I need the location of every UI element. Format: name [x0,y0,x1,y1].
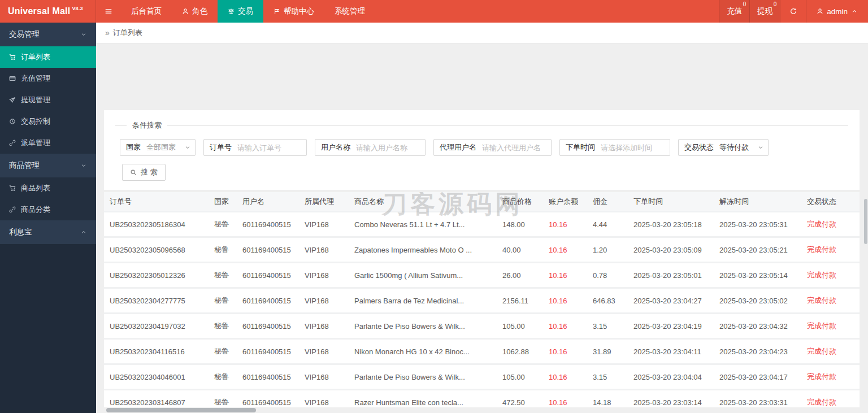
country-select[interactable]: 全部国家 [146,142,195,153]
table-row: UB2503202305186304 秘鲁 601169400515 VIP16… [104,212,860,237]
cell-unfreeze-time: 2025-03-20 23:05:31 [714,212,801,237]
cell-username: 601169400515 [237,364,299,390]
col-commission: 佣金 [587,192,628,212]
breadcrumb-arrow: » [105,28,110,37]
recharge-button[interactable]: 充值 0 [719,0,749,23]
cell-order-no: UB2503202304116516 [104,339,209,364]
order-no-input[interactable] [237,140,306,155]
cell-country: 秘鲁 [209,314,237,339]
col-product-name: 商品名称 [349,192,497,212]
table-header-row: 订单号 国家 用户名 所属代理 商品名称 商品价格 账户余额 佣金 下单时间 解… [104,192,860,212]
orders-table: 订单号 国家 用户名 所属代理 商品名称 商品价格 账户余额 佣金 下单时间 解… [104,192,860,413]
cell-order-no: UB2503202305186304 [104,212,209,237]
withdraw-button[interactable]: 提现 0 [749,0,780,23]
cell-commission: 3.15 [587,364,628,390]
trade-status-filter-label: 交易状态 [679,142,719,153]
sidebar-item-order-list[interactable]: 订单列表 [0,46,96,68]
person-icon [817,8,823,15]
refresh-button[interactable] [780,0,806,23]
col-product-price: 商品价格 [497,192,543,212]
col-order-time: 下单时间 [628,192,714,212]
chevron-down-icon [80,162,87,169]
cell-product-name: Parlante De Piso Bowers & Wilk... [349,364,497,390]
link-icon [9,140,16,146]
cell-agent: VIP168 [299,237,349,263]
nav-item-roles[interactable]: 角色 [172,0,218,23]
horizontal-scrollbar-track[interactable] [96,407,868,413]
recharge-label: 充值 [727,6,742,16]
cell-order-time: 2025-03-20 23:04:27 [628,288,714,314]
trade-status-select[interactable]: 等待付款 [719,142,768,153]
cell-product-price: 105.00 [497,314,543,339]
agent-name-input[interactable] [482,140,551,155]
cell-commission: 31.89 [587,339,628,364]
sidebar-group-interest-treasure[interactable]: 利息宝 [0,220,96,244]
cell-trade-status: 完成付款 [801,288,860,314]
cell-order-no: UB2503202304197032 [104,314,209,339]
col-account-balance: 账户余额 [543,192,587,212]
cell-trade-status: 完成付款 [801,314,860,339]
nav-item-home[interactable]: 后台首页 [121,0,172,23]
nav-item-system[interactable]: 系统管理 [324,0,375,23]
sidebar-item-product-list[interactable]: 商品列表 [0,177,96,199]
sidebar-item-product-category[interactable]: 商品分类 [0,199,96,220]
sidebar-toggle-button[interactable] [96,0,121,23]
cell-username: 601169400515 [237,263,299,288]
order-no-filter: 订单号 [203,139,307,156]
table-row: UB2503202304046001 秘鲁 601169400515 VIP16… [104,364,860,390]
nav-item-trade[interactable]: 交易 [218,0,263,23]
cell-product-price: 40.00 [497,237,543,263]
sidebar-group-product-management[interactable]: 商品管理 [0,154,96,177]
cell-account-balance: 10.16 [543,288,587,314]
order-time-input[interactable] [601,140,670,155]
cell-username: 601169400515 [237,339,299,364]
app-logo: Universal MallV8.3 [0,0,96,23]
col-agent: 所属代理 [299,192,349,212]
cell-commission: 4.44 [587,212,628,237]
nav-item-help[interactable]: 帮助中心 [263,0,324,23]
cell-account-balance: 10.16 [543,314,587,339]
sidebar-group-label: 商品管理 [9,160,40,171]
cell-order-time: 2025-03-20 23:05:01 [628,263,714,288]
cell-trade-status: 完成付款 [801,212,860,237]
app-version: V8.3 [72,6,83,11]
col-country: 国家 [209,192,237,212]
table-row: UB2503202305012326 秘鲁 601169400515 VIP16… [104,263,860,288]
sidebar-item-dispatch-management[interactable]: 派单管理 [0,132,96,154]
sidebar-item-withdraw-management[interactable]: 提现管理 [0,89,96,111]
col-order-no: 订单号 [104,192,209,212]
search-button[interactable]: 搜 索 [122,164,166,181]
agent-name-filter-label: 代理用户名 [434,142,482,153]
username: admin [827,7,848,16]
user-menu[interactable]: admin [806,0,868,23]
cell-username: 601169400515 [237,288,299,314]
cell-account-balance: 10.16 [543,212,587,237]
sidebar-item-label: 商品列表 [21,183,50,193]
sidebar-item-recharge-management[interactable]: 充值管理 [0,68,96,89]
sidebar-item-trade-control[interactable]: 交易控制 [0,111,96,132]
cell-order-time: 2025-03-20 23:04:04 [628,364,714,390]
agent-name-filter: 代理用户名 [433,139,552,156]
user-name-input[interactable] [356,140,425,155]
sidebar-group-trade-management[interactable]: 交易管理 [0,23,96,46]
cell-unfreeze-time: 2025-03-20 23:04:23 [714,339,801,364]
main-content: 条件搜索 国家 全部国家 订单号 用户名称 [96,44,868,413]
user-name-filter: 用户名称 [315,139,426,156]
order-no-filter-label: 订单号 [204,142,237,153]
vertical-scrollbar-thumb[interactable] [864,199,867,244]
cell-country: 秘鲁 [209,288,237,314]
cell-product-name: Garlic 1500mg ( Allium Sativum... [349,263,497,288]
table-row: UB2503202304277775 秘鲁 601169400515 VIP16… [104,288,860,314]
cell-country: 秘鲁 [209,212,237,237]
cell-country: 秘鲁 [209,237,237,263]
cell-unfreeze-time: 2025-03-20 23:05:21 [714,237,801,263]
cell-order-no: UB2503202305096568 [104,237,209,263]
sidebar-group-label: 交易管理 [9,29,40,40]
cell-product-name: Combo Neveras 51.1 Lt + 4.7 Lt... [349,212,497,237]
horizontal-scrollbar-thumb[interactable] [106,408,256,412]
country-filter-label: 国家 [120,142,146,153]
table-row: UB2503202304116516 秘鲁 601169400515 VIP16… [104,339,860,364]
cell-country: 秘鲁 [209,263,237,288]
search-fieldset: 条件搜索 国家 全部国家 订单号 用户名称 [115,120,848,181]
cell-product-name: Palmers Barra de Tez Medicinal... [349,288,497,314]
